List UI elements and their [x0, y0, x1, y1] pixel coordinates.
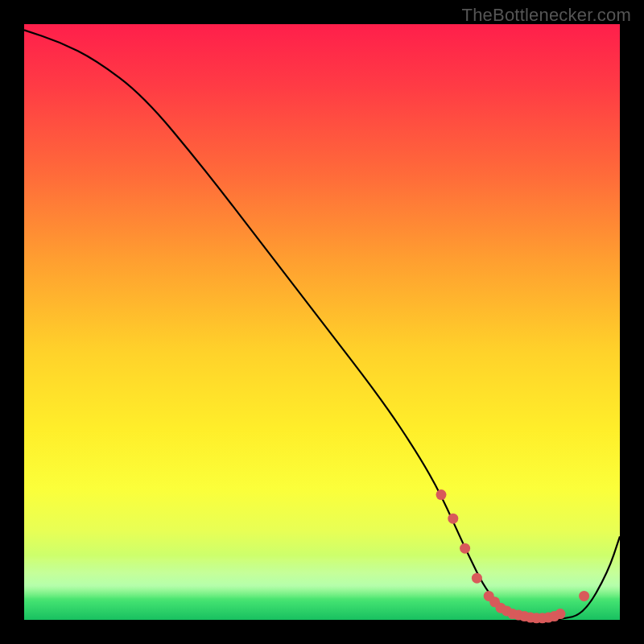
bottleneck-curve — [24, 30, 620, 620]
highlight-dot — [436, 489, 447, 500]
highlight-dot — [579, 591, 589, 601]
highlight-dot — [472, 573, 482, 584]
highlight-dot — [555, 609, 566, 619]
plot-area — [24, 24, 620, 620]
highlight-dot — [448, 514, 458, 524]
highlight-dot — [460, 543, 470, 554]
watermark-text: TheBottlenecker.com — [462, 5, 631, 26]
curve-svg — [24, 24, 620, 620]
chart-frame: TheBottlenecker.com — [0, 0, 644, 644]
optimal-range-dots — [436, 489, 590, 623]
